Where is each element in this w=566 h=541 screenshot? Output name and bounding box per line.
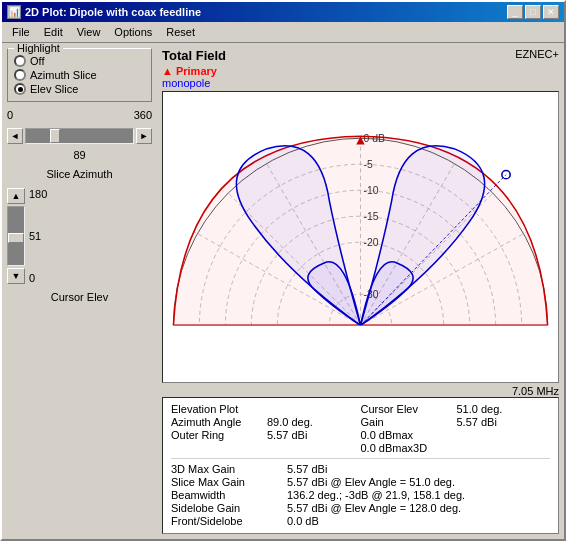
close-button[interactable]: ✕ <box>543 5 559 19</box>
range-min: 0 <box>7 109 13 121</box>
h-slider-thumb[interactable] <box>50 129 60 143</box>
extra-label-0: 3D Max Gain <box>171 463 281 475</box>
extra-row-4: Front/Sidelobe 0.0 dB <box>171 515 550 527</box>
frequency-label: 7.05 MHz <box>162 385 559 397</box>
legend-primary: ▲ Primary <box>162 65 559 77</box>
v-up-btn[interactable]: ▲ <box>7 188 25 204</box>
h-slider-container: ◄ ► <box>7 128 152 144</box>
v-bottom-value: 0 <box>29 272 47 284</box>
cursor-elev-label: Cursor Elev <box>7 291 152 303</box>
plot-area[interactable]: 0 dB -5 -10 -15 -20 -30 <box>162 91 559 383</box>
h-slider-track[interactable] <box>25 128 134 144</box>
slider-right-btn[interactable]: ► <box>136 128 152 144</box>
radio-off[interactable]: Off <box>14 55 145 67</box>
v-controls: ▲ ▼ <box>7 188 25 284</box>
stat-val-dbmax3d: 0.0 dBmax3D <box>361 442 428 454</box>
v-slider-area: ▲ ▼ 180 51 0 <box>7 188 152 284</box>
minimize-button[interactable]: _ <box>507 5 523 19</box>
extra-label-2: Beamwidth <box>171 489 281 501</box>
extra-val-4: 0.0 dB <box>287 515 319 527</box>
stat-val-gain: 5.57 dBi <box>457 416 497 428</box>
radio-elev-circle <box>14 83 26 95</box>
left-panel: Highlight Off Azimuth Slice <box>2 43 157 539</box>
radio-azimuth[interactable]: Azimuth Slice <box>14 69 145 81</box>
extra-label-4: Front/Sidelobe <box>171 515 281 527</box>
extra-val-2: 136.2 deg.; -3dB @ 21.9, 158.1 deg. <box>287 489 465 501</box>
window-icon: 📊 <box>7 5 21 19</box>
v-current-value: 51 <box>29 230 47 242</box>
v-slider-track[interactable] <box>7 206 25 266</box>
stat-label-elevation: Elevation Plot <box>171 403 261 415</box>
radio-elev-dot <box>18 87 23 92</box>
v-slider-thumb[interactable] <box>8 233 24 243</box>
v-top-value: 180 <box>29 188 47 200</box>
stat-label-cursor: Cursor Elev <box>361 403 451 415</box>
extra-row-1: Slice Max Gain 5.57 dBi @ Elev Angle = 5… <box>171 476 550 488</box>
stat-label-outer: Outer Ring <box>171 429 261 441</box>
extra-val-3: 5.57 dBi @ Elev Angle = 128.0 deg. <box>287 502 461 514</box>
main-window: 📊 2D Plot: Dipole with coax feedline _ □… <box>0 0 566 541</box>
plot-title: Total Field <box>162 48 226 63</box>
stats-panel: Elevation Plot Azimuth Angle 89.0 deg. O… <box>162 397 559 534</box>
stat-row-cursor: Cursor Elev 51.0 deg. <box>361 403 551 415</box>
range-max: 360 <box>134 109 152 121</box>
extra-label-3: Sidelobe Gain <box>171 502 281 514</box>
range-row: 0 360 <box>7 107 152 123</box>
menu-view[interactable]: View <box>71 24 107 40</box>
stat-row-2: Azimuth Angle 89.0 deg. <box>171 416 361 428</box>
plot-legend: ▲ Primary monopole <box>162 65 559 89</box>
stat-label-gain: Gain <box>361 416 451 428</box>
plot-header: Total Field EZNEC+ <box>162 48 559 63</box>
slider-left-btn[interactable]: ◄ <box>7 128 23 144</box>
slider-value: 89 <box>7 149 152 161</box>
menu-options[interactable]: Options <box>108 24 158 40</box>
content-area: Highlight Off Azimuth Slice <box>2 43 564 539</box>
maximize-button[interactable]: □ <box>525 5 541 19</box>
highlight-group-label: Highlight <box>14 43 63 54</box>
stats-col-left: Elevation Plot Azimuth Angle 89.0 deg. O… <box>171 403 361 454</box>
stat-row-1: Elevation Plot <box>171 403 361 415</box>
radio-group: Off Azimuth Slice Elev Slice <box>14 55 145 95</box>
stat-label-azimuth: Azimuth Angle <box>171 416 261 428</box>
stat-row-gain: Gain 5.57 dBi <box>361 416 551 428</box>
extra-label-1: Slice Max Gain <box>171 476 281 488</box>
extra-row-3: Sidelobe Gain 5.57 dBi @ Elev Angle = 12… <box>171 502 550 514</box>
right-panel: Total Field EZNEC+ ▲ Primary monopole <box>157 43 564 539</box>
stat-val-cursor: 51.0 deg. <box>457 403 503 415</box>
plot-svg: 0 dB -5 -10 -15 -20 -30 <box>163 92 558 382</box>
stat-val-outer: 5.57 dBi <box>267 429 307 441</box>
eznec-badge: EZNEC+ <box>515 48 559 60</box>
radio-azimuth-circle <box>14 69 26 81</box>
title-bar-buttons: _ □ ✕ <box>507 5 559 19</box>
radio-elev[interactable]: Elev Slice <box>14 83 145 95</box>
menu-edit[interactable]: Edit <box>38 24 69 40</box>
radio-elev-label: Elev Slice <box>30 83 78 95</box>
v-side-values: 180 51 0 <box>29 188 47 284</box>
extra-row-2: Beamwidth 136.2 deg.; -3dB @ 21.9, 158.1… <box>171 489 550 501</box>
title-bar: 📊 2D Plot: Dipole with coax feedline _ □… <box>2 2 564 22</box>
title-bar-text: 📊 2D Plot: Dipole with coax feedline <box>7 5 201 19</box>
extra-val-1: 5.57 dBi @ Elev Angle = 51.0 deg. <box>287 476 455 488</box>
stats-grid: Elevation Plot Azimuth Angle 89.0 deg. O… <box>171 403 550 454</box>
stat-val-dbmax: 0.0 dBmax <box>361 429 414 441</box>
extra-val-0: 5.57 dBi <box>287 463 327 475</box>
menu-bar: File Edit View Options Reset <box>2 22 564 43</box>
stat-row-dbmax: 0.0 dBmax <box>361 429 551 441</box>
menu-reset[interactable]: Reset <box>160 24 201 40</box>
stat-row-3: Outer Ring 5.57 dBi <box>171 429 361 441</box>
stat-val-azimuth: 89.0 deg. <box>267 416 313 428</box>
highlight-group: Highlight Off Azimuth Slice <box>7 48 152 102</box>
radio-azimuth-label: Azimuth Slice <box>30 69 97 81</box>
menu-file[interactable]: File <box>6 24 36 40</box>
stat-row-dbmax3d: 0.0 dBmax3D <box>361 442 551 454</box>
plot-title-area: Total Field <box>162 48 226 63</box>
extra-row-0: 3D Max Gain 5.57 dBi <box>171 463 550 475</box>
slice-azimuth-label: Slice Azimuth <box>7 168 152 180</box>
stats-col-right: Cursor Elev 51.0 deg. Gain 5.57 dBi 0.0 … <box>361 403 551 454</box>
legend-secondary: monopole <box>162 77 559 89</box>
window-title: 2D Plot: Dipole with coax feedline <box>25 6 201 18</box>
stats-extra: 3D Max Gain 5.57 dBi Slice Max Gain 5.57… <box>171 458 550 527</box>
radio-off-circle <box>14 55 26 67</box>
v-down-btn[interactable]: ▼ <box>7 268 25 284</box>
radio-off-label: Off <box>30 55 44 67</box>
